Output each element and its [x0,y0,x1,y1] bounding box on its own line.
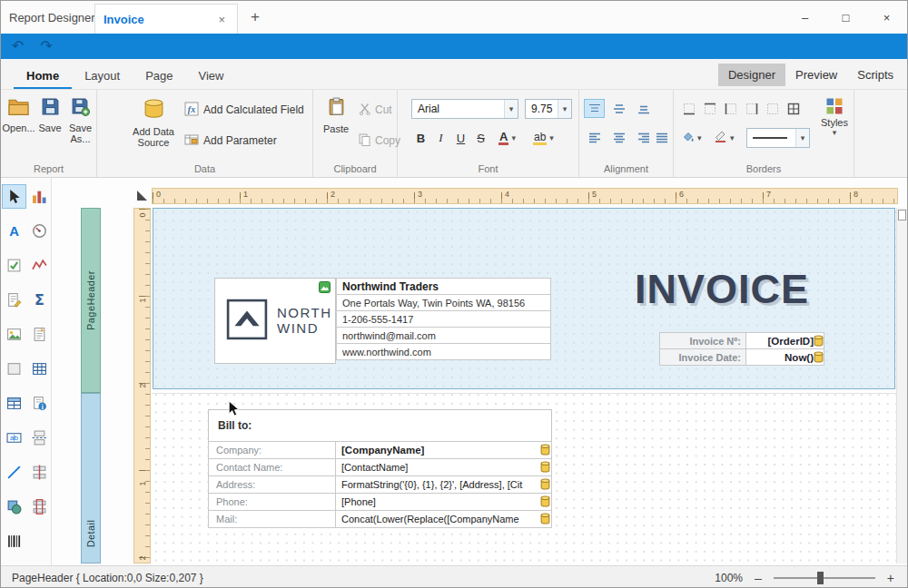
toolbox-check-box[interactable] [2,253,26,278]
line-style-select[interactable]: ▾ [746,128,810,148]
toolbox-summary[interactable]: Σ [27,288,52,312]
add-calculated-field-button[interactable]: fx Add Calculated Field [184,102,304,118]
tab-layout[interactable]: Layout [72,63,133,89]
font-family-select[interactable]: Arial ▾ [411,99,518,119]
toolbox-page-info[interactable]: i [27,391,52,416]
logo-picture-box[interactable]: NORTH WIND [214,278,336,364]
border-none-button[interactable] [762,99,783,118]
company-info-table[interactable]: Northwind TradersOne Portals Way, Twin P… [336,278,551,360]
picture-smart-tag-icon[interactable] [319,280,331,297]
scrollbar-thumb[interactable] [898,210,906,220]
data-smart-tag-icon[interactable] [540,460,550,476]
toolbox-character-comb[interactable]: ab [2,426,26,450]
toolbox-shape[interactable] [2,495,26,519]
toolbox-line[interactable] [2,460,26,485]
tab-page[interactable]: Page [133,63,185,89]
invoice-field-row[interactable]: Invoice Date:Now() [659,348,824,366]
font-size-select[interactable]: 9.75 ▾ [525,99,572,119]
tab-home[interactable]: Home [14,63,72,89]
toolbox-page-break[interactable] [27,426,52,450]
invoice-fields-table[interactable]: Invoice Nº:[OrderID]Invoice Date:Now() [659,332,824,366]
toolbox-table-of-contents[interactable] [2,391,26,416]
align-left-button[interactable] [584,128,605,147]
vertical-scrollbar[interactable] [896,208,907,564]
border-right-button[interactable] [741,99,762,118]
align-top-button[interactable] [584,99,605,118]
detail-field-row[interactable]: Mail:Concat(Lower(Replace([CompanyName [208,510,552,528]
underline-button[interactable]: U [451,128,470,148]
toolbox-picture-box[interactable] [2,322,26,347]
save-button[interactable]: Save [35,97,64,133]
zoom-in-button[interactable]: + [885,572,896,584]
invoice-title-label[interactable]: INVOICE [635,266,809,313]
company-card-row[interactable]: www.northwind.com [336,343,551,360]
toolbox-barcode[interactable] [2,529,26,554]
zoom-slider-thumb[interactable] [817,572,824,584]
border-bottom-button[interactable] [678,99,699,118]
undo-icon[interactable]: ↶ [12,39,24,54]
toolbox-cross-band-line[interactable] [27,460,52,485]
toolbox-panel[interactable] [2,357,26,381]
zoom-slider[interactable] [774,572,875,584]
styles-button[interactable]: Styles ▾ [816,97,853,137]
data-smart-tag-icon[interactable] [540,443,550,459]
band-pageheader[interactable]: PageHeader [81,208,101,393]
toolbox-document[interactable] [27,322,52,347]
align-center-button[interactable] [608,128,629,147]
align-justify-button[interactable] [651,128,672,147]
company-card-row[interactable]: northwind@mail.com [336,327,551,344]
align-middle-button[interactable] [608,99,629,118]
band-detail[interactable]: Detail [81,393,101,564]
mode-scripts[interactable]: Scripts [847,64,903,86]
align-bottom-button[interactable] [633,99,654,118]
data-smart-tag-icon[interactable] [540,477,550,494]
mode-preview[interactable]: Preview [785,64,847,86]
bold-button[interactable]: B [411,128,430,148]
invoice-field-row[interactable]: Invoice Nº:[OrderID] [659,332,824,349]
zoom-out-button[interactable]: – [753,572,764,584]
add-parameter-button[interactable]: Add Parameter [184,132,277,149]
font-color-button[interactable]: A ▾ [496,128,518,148]
border-all-button[interactable] [783,99,804,118]
toolbox-gauge[interactable] [27,219,52,243]
detail-field-row[interactable]: Phone:[Phone] [208,493,552,511]
document-tab-invoice[interactable]: Invoice × [94,4,238,34]
border-left-button[interactable] [720,99,741,118]
company-card-row[interactable]: Northwind Traders [336,278,551,295]
new-tab-button[interactable]: + [244,6,266,28]
data-smart-tag-icon[interactable] [540,512,550,528]
toolbox-chart[interactable] [27,184,52,209]
data-smart-tag-icon[interactable] [814,350,824,367]
paste-button[interactable]: Paste [319,97,353,134]
bill-to-header-cell[interactable]: Bill to: [208,409,552,442]
data-smart-tag-icon[interactable] [540,495,550,511]
report-canvas[interactable]: NORTH WIND Northwind TradersOne Portals … [152,208,898,564]
open-button[interactable]: Open... [3,97,35,133]
toolbox-cross-band-box[interactable] [27,495,52,519]
add-data-source-button[interactable]: Add Data Source [125,97,182,148]
toolbox-rich-text[interactable] [2,288,26,312]
close-button[interactable]: × [866,1,907,34]
detail-field-row[interactable]: Address:FormatString('{0}, {1}, {2}', [A… [208,475,552,494]
strikeout-button[interactable]: S [471,128,490,148]
tab-view[interactable]: View [186,63,237,89]
save-as-button[interactable]: Save As... [65,97,95,144]
redo-icon[interactable]: ↷ [40,39,52,54]
cut-button[interactable]: Cut [359,102,392,118]
copy-button[interactable]: Copy [359,132,400,149]
tab-close-icon[interactable]: × [214,12,229,27]
toolbox-pointer[interactable] [2,184,26,209]
line-color-button[interactable]: ▾ [711,128,737,148]
italic-button[interactable]: I [431,128,450,148]
toolbox-table[interactable] [27,357,52,381]
detail-field-row[interactable]: Contact Name:[ContactName] [208,458,552,476]
border-top-button[interactable] [699,99,720,118]
mode-designer[interactable]: Designer [718,64,785,86]
fill-color-button[interactable]: ▾ [678,128,705,148]
toolbox-sparkline[interactable] [27,253,52,278]
maximize-button[interactable]: □ [825,1,866,34]
company-card-row[interactable]: One Portals Way, Twin Points WA, 98156 [336,294,551,311]
highlight-color-button[interactable]: ab ▾ [530,128,557,148]
company-card-row[interactable]: 1-206-555-1417 [336,310,551,328]
toolbox-label[interactable]: A [2,219,26,243]
